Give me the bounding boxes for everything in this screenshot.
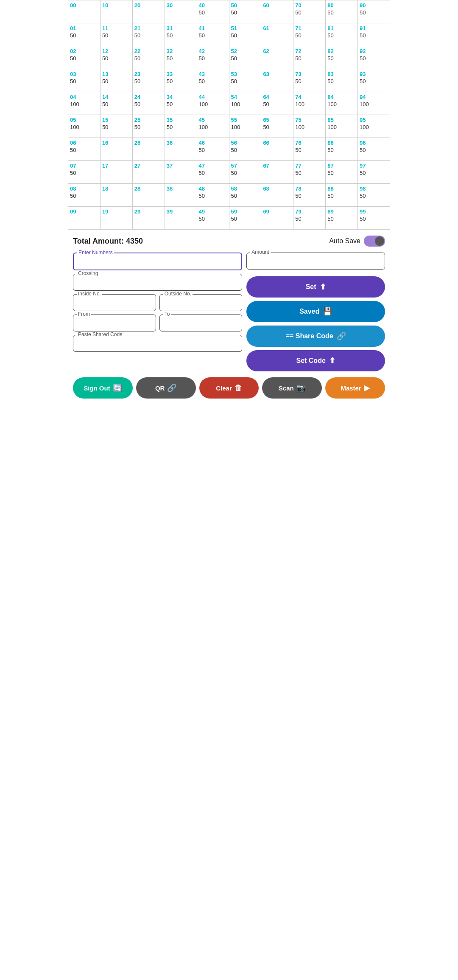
grid-cell[interactable]: 39: [165, 207, 197, 230]
grid-cell[interactable]: 0650: [68, 138, 101, 161]
grid-cell[interactable]: 75100: [293, 115, 326, 138]
grid-cell[interactable]: 04100: [68, 92, 101, 115]
grid-cell[interactable]: 7250: [293, 46, 326, 69]
grid-cell[interactable]: 3450: [165, 92, 197, 115]
grid-cell[interactable]: 7150: [293, 23, 326, 46]
grid-cell[interactable]: 67: [261, 161, 293, 184]
sign-out-button[interactable]: Sign Out 🔄: [73, 377, 133, 399]
grid-cell[interactable]: 4150: [197, 23, 229, 46]
set-code-button[interactable]: Set Code ⬆: [246, 350, 385, 371]
grid-cell[interactable]: 8850: [326, 184, 358, 207]
grid-cell[interactable]: 0750: [68, 161, 101, 184]
grid-cell[interactable]: 66: [261, 138, 293, 161]
saved-button[interactable]: Saved 💾: [246, 301, 385, 322]
grid-cell[interactable]: 3150: [165, 23, 197, 46]
grid-cell[interactable]: 4250: [197, 46, 229, 69]
grid-cell[interactable]: 7750: [293, 161, 326, 184]
from-input[interactable]: [77, 317, 152, 329]
grid-cell[interactable]: 84100: [326, 92, 358, 115]
grid-cell[interactable]: 3350: [165, 69, 197, 92]
master-button[interactable]: Master ▶: [325, 377, 385, 399]
grid-cell[interactable]: 4850: [197, 184, 229, 207]
grid-cell[interactable]: 7850: [293, 184, 326, 207]
grid-cell[interactable]: 7050: [293, 0, 326, 23]
qr-button[interactable]: QR 🔗: [136, 377, 196, 399]
grid-cell[interactable]: 37: [165, 161, 197, 184]
grid-cell[interactable]: 5650: [229, 138, 262, 161]
outside-no-input[interactable]: [163, 296, 239, 308]
grid-cell[interactable]: 20: [133, 0, 165, 23]
grid-cell[interactable]: 5850: [229, 184, 262, 207]
grid-cell[interactable]: 55100: [229, 115, 262, 138]
grid-cell[interactable]: 62: [261, 46, 293, 69]
enter-numbers-input[interactable]: [77, 255, 238, 267]
grid-cell[interactable]: 9750: [358, 161, 390, 184]
grid-cell[interactable]: 7950: [293, 207, 326, 230]
grid-cell[interactable]: 8250: [326, 46, 358, 69]
grid-cell[interactable]: 8350: [326, 69, 358, 92]
grid-cell[interactable]: 85100: [326, 115, 358, 138]
grid-cell[interactable]: 8150: [326, 23, 358, 46]
grid-cell[interactable]: 27: [133, 161, 165, 184]
grid-cell[interactable]: 4350: [197, 69, 229, 92]
grid-cell[interactable]: 4050: [197, 0, 229, 23]
grid-cell[interactable]: 9650: [358, 138, 390, 161]
grid-cell[interactable]: 2350: [133, 69, 165, 92]
set-button[interactable]: Set ⬆: [246, 276, 385, 298]
grid-cell[interactable]: 19: [101, 207, 133, 230]
grid-cell[interactable]: 09: [68, 207, 101, 230]
clear-button[interactable]: Clear 🗑: [199, 377, 259, 399]
grid-cell[interactable]: 4950: [197, 207, 229, 230]
autosave-toggle[interactable]: [364, 236, 385, 247]
grid-cell[interactable]: 5750: [229, 161, 262, 184]
grid-cell[interactable]: 2250: [133, 46, 165, 69]
grid-cell[interactable]: 95100: [358, 115, 390, 138]
grid-cell[interactable]: 1150: [101, 23, 133, 46]
grid-cell[interactable]: 2150: [133, 23, 165, 46]
grid-cell[interactable]: 9850: [358, 184, 390, 207]
grid-cell[interactable]: 94100: [358, 92, 390, 115]
grid-cell[interactable]: 36: [165, 138, 197, 161]
grid-cell[interactable]: 9350: [358, 69, 390, 92]
grid-cell[interactable]: 7650: [293, 138, 326, 161]
grid-cell[interactable]: 69: [261, 207, 293, 230]
grid-cell[interactable]: 9150: [358, 23, 390, 46]
grid-cell[interactable]: 0850: [68, 184, 101, 207]
grid-cell[interactable]: 61: [261, 23, 293, 46]
grid-cell[interactable]: 4750: [197, 161, 229, 184]
grid-cell[interactable]: 3550: [165, 115, 197, 138]
grid-cell[interactable]: 1350: [101, 69, 133, 92]
crossing-input[interactable]: [77, 276, 238, 288]
grid-cell[interactable]: 9250: [358, 46, 390, 69]
grid-cell[interactable]: 0150: [68, 23, 101, 46]
grid-cell[interactable]: 7350: [293, 69, 326, 92]
grid-cell[interactable]: 9950: [358, 207, 390, 230]
grid-cell[interactable]: 8650: [326, 138, 358, 161]
grid-cell[interactable]: 5050: [229, 0, 262, 23]
grid-cell[interactable]: 68: [261, 184, 293, 207]
grid-cell[interactable]: 38: [165, 184, 197, 207]
scan-button[interactable]: Scan 📷: [262, 377, 322, 399]
inside-no-input[interactable]: [77, 296, 152, 308]
grid-cell[interactable]: 5350: [229, 69, 262, 92]
grid-cell[interactable]: 1550: [101, 115, 133, 138]
grid-cell[interactable]: 3250: [165, 46, 197, 69]
grid-cell[interactable]: 1450: [101, 92, 133, 115]
grid-cell[interactable]: 74100: [293, 92, 326, 115]
amount-input[interactable]: [250, 255, 381, 267]
grid-cell[interactable]: 5950: [229, 207, 262, 230]
grid-cell[interactable]: 54100: [229, 92, 262, 115]
grid-cell[interactable]: 45100: [197, 115, 229, 138]
grid-cell[interactable]: 63: [261, 69, 293, 92]
grid-cell[interactable]: 10: [101, 0, 133, 23]
grid-cell[interactable]: 0250: [68, 46, 101, 69]
grid-cell[interactable]: 5250: [229, 46, 262, 69]
grid-cell[interactable]: 28: [133, 184, 165, 207]
grid-cell[interactable]: 18: [101, 184, 133, 207]
grid-cell[interactable]: 6450: [261, 92, 293, 115]
grid-cell[interactable]: 2550: [133, 115, 165, 138]
grid-cell[interactable]: 16: [101, 138, 133, 161]
grid-cell[interactable]: 8050: [326, 0, 358, 23]
grid-cell[interactable]: 5150: [229, 23, 262, 46]
grid-cell[interactable]: 17: [101, 161, 133, 184]
